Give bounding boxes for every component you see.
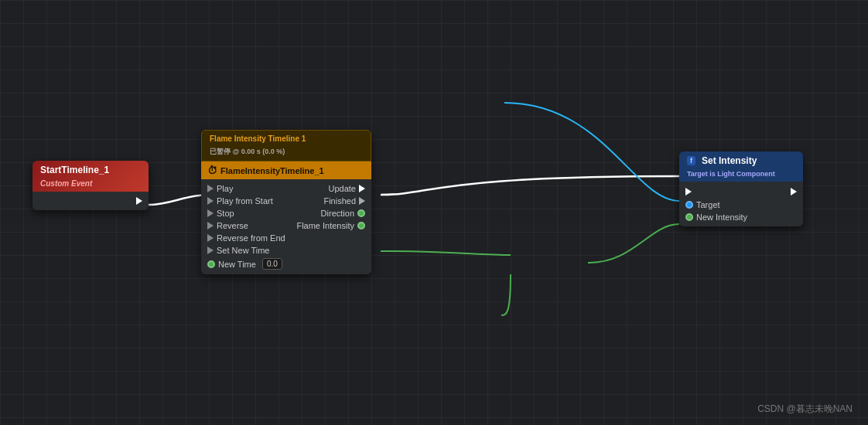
play-from-start-exec-in[interactable] xyxy=(207,197,214,205)
set-intensity-title: Set Intensity xyxy=(702,155,757,166)
flame-timeline-inner-title: FlameIntensityTimeline_1 xyxy=(220,166,324,175)
flame-timeline-caption: Flame Intensity Timeline 1 xyxy=(210,134,306,143)
set-intensity-target-row: Target xyxy=(679,199,803,211)
new-time-pin-in[interactable] xyxy=(207,260,215,268)
reverse-exec-in[interactable] xyxy=(207,222,214,230)
start-timeline-exec-row xyxy=(32,195,149,207)
new-intensity-pin-in[interactable] xyxy=(685,213,693,221)
timeline-row-stop: Stop Direction xyxy=(201,207,371,219)
start-timeline-node: StartTimeline_1 Custom Event xyxy=(32,161,149,210)
flame-timeline-body: Play Update Play from Start Finished Sto… xyxy=(201,179,371,274)
set-intensity-new-intensity-row: New Intensity xyxy=(679,211,803,223)
start-timeline-subtitle: Custom Event xyxy=(40,179,92,188)
set-intensity-node: f Set Intensity Target is Light Componen… xyxy=(679,151,803,226)
timeline-row-reverse-from-end: Reverse from End xyxy=(201,232,371,244)
start-timeline-title: StartTimeline_1 xyxy=(40,165,109,175)
set-new-time-exec-in[interactable] xyxy=(207,246,214,254)
target-pin-in[interactable] xyxy=(685,201,693,209)
start-timeline-body xyxy=(32,192,149,210)
fn-badge: f xyxy=(687,156,695,165)
set-intensity-exec-row xyxy=(679,185,803,199)
flame-timeline-inner-header: ⏱ FlameIntensityTimeline_1 xyxy=(201,162,371,179)
flame-intensity-pin-out[interactable] xyxy=(357,222,365,230)
start-timeline-header: StartTimeline_1 Custom Event xyxy=(32,161,149,192)
watermark-text: CSDN @暮志未晚NAN xyxy=(757,403,853,414)
timeline-row-set-new-time: Set New Time xyxy=(201,244,371,257)
timeline-row-play-from-start: Play from Start Finished xyxy=(201,195,371,207)
finished-exec-out[interactable] xyxy=(359,197,365,205)
timeline-row-new-time: New Time 0.0 xyxy=(201,257,371,271)
new-time-value[interactable]: 0.0 xyxy=(262,258,282,270)
timeline-row-play: Play Update xyxy=(201,182,371,195)
si-exec-in[interactable] xyxy=(685,188,692,196)
watermark: CSDN @暮志未晚NAN xyxy=(757,403,853,416)
flame-timeline-node: Flame Intensity Timeline 1 已暂停 @ 0.00 s … xyxy=(201,130,371,274)
timeline-row-reverse: Reverse Flame Intensity xyxy=(201,219,371,232)
exec-out-pin[interactable] xyxy=(136,197,142,205)
flame-timeline-subcaption: 已暂停 @ 0.00 s (0.0 %) xyxy=(210,147,285,157)
direction-pin-out[interactable] xyxy=(357,209,365,217)
update-exec-out[interactable] xyxy=(359,185,365,192)
reverse-from-end-exec-in[interactable] xyxy=(207,234,214,242)
set-intensity-body: Target New Intensity xyxy=(679,182,803,226)
si-exec-out[interactable] xyxy=(791,188,797,196)
play-exec-in[interactable] xyxy=(207,185,214,192)
flame-timeline-header: Flame Intensity Timeline 1 已暂停 @ 0.00 s … xyxy=(201,130,371,162)
set-intensity-header: f Set Intensity Target is Light Componen… xyxy=(679,151,803,182)
stop-exec-in[interactable] xyxy=(207,209,214,217)
set-intensity-subtitle: Target is Light Component xyxy=(687,170,775,178)
